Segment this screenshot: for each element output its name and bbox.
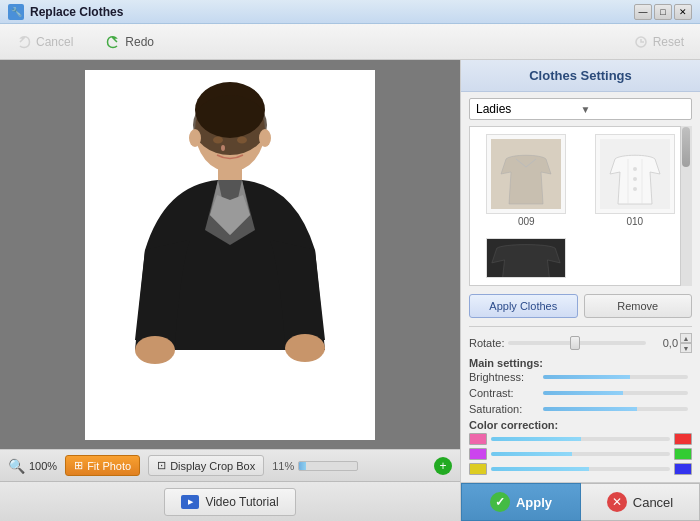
rotate-slider-wrap (508, 341, 646, 345)
apply-button[interactable]: ✓ Apply (461, 483, 581, 521)
color-correction-label: Color correction: (469, 419, 692, 431)
color-row-2 (469, 448, 692, 460)
color-slider-1[interactable] (491, 437, 670, 441)
category-dropdown[interactable]: Ladies ▼ (469, 98, 692, 120)
clothes-img-009 (491, 139, 561, 209)
person-svg (85, 70, 375, 440)
settings-section: Rotate: 0,0 ▲ ▼ Main settings: Brightnes… (461, 329, 700, 482)
clothes-thumb-009 (486, 134, 566, 214)
brightness-label: Brightness: (469, 371, 539, 383)
close-button[interactable]: ✕ (674, 4, 692, 20)
window-icon: 🔧 (8, 4, 24, 20)
display-crop-box-button[interactable]: ⊡ Display Crop Box (148, 455, 264, 476)
reset-toolbar-button[interactable]: Reset (625, 30, 692, 54)
apply-label: Apply (516, 495, 552, 510)
color-row-1 (469, 433, 692, 445)
clothes-img-010 (600, 139, 670, 209)
cancel-icon (16, 34, 32, 50)
crop-icon: ⊡ (157, 459, 166, 472)
contrast-row: Contrast: (469, 387, 692, 399)
left-panel: 🔍 100% ⊞ Fit Photo ⊡ Display Crop Box 11… (0, 60, 460, 521)
progress-fill (299, 462, 305, 470)
clothes-thumb-dark (486, 238, 566, 278)
progress-bar (298, 461, 358, 471)
maximize-button[interactable]: □ (654, 4, 672, 20)
clothes-thumb-010 (595, 134, 675, 214)
zoom-icon: 🔍 (8, 458, 25, 474)
reset-icon (633, 34, 649, 50)
fit-photo-button[interactable]: ⊞ Fit Photo (65, 455, 140, 476)
reset-label: Reset (653, 35, 684, 49)
brightness-slider[interactable] (543, 375, 688, 379)
zoom-value: 100% (29, 460, 57, 472)
cancel-toolbar-label: Cancel (36, 35, 73, 49)
video-icon (181, 495, 199, 509)
clothes-label-009: 009 (518, 216, 535, 227)
svg-point-18 (633, 187, 637, 191)
video-tutorial-label: Video Tutorial (205, 495, 278, 509)
rotate-value: 0,0 (650, 337, 678, 349)
redo-toolbar-button[interactable]: Redo (97, 30, 162, 54)
svg-point-7 (135, 336, 175, 364)
clothes-settings-header: Clothes Settings (461, 60, 700, 92)
clothes-label-010: 010 (626, 216, 643, 227)
svg-point-17 (633, 177, 637, 181)
window-controls: — □ ✕ (634, 4, 692, 20)
svg-point-16 (633, 167, 637, 171)
action-bar: Video Tutorial (0, 481, 460, 521)
display-crop-label: Display Crop Box (170, 460, 255, 472)
clothes-grid: 009 010 (469, 126, 692, 286)
svg-point-9 (213, 136, 223, 143)
rotate-down-button[interactable]: ▼ (680, 343, 692, 353)
color-swatch-3-left (469, 463, 487, 475)
video-tutorial-button[interactable]: Video Tutorial (164, 488, 295, 516)
rotate-up-button[interactable]: ▲ (680, 333, 692, 343)
zoom-display: 🔍 100% (8, 458, 57, 474)
color-slider-3[interactable] (491, 467, 670, 471)
contrast-track (543, 391, 688, 395)
rotate-thumb[interactable] (570, 336, 580, 350)
saturation-slider[interactable] (543, 407, 688, 411)
rotate-slider[interactable] (508, 341, 646, 345)
canvas-area[interactable] (0, 60, 460, 449)
minimize-button[interactable]: — (634, 4, 652, 20)
svg-point-12 (189, 129, 201, 147)
cancel-button[interactable]: ✕ Cancel (581, 483, 700, 521)
color-fill-1 (491, 437, 581, 441)
clothes-actions: Apply Clothes Remove (469, 294, 692, 318)
check-icon: ✓ (490, 492, 510, 512)
color-swatch-2-left (469, 448, 487, 460)
brightness-row: Brightness: (469, 371, 692, 383)
clothes-img-dark (487, 238, 565, 278)
clothes-item-dark[interactable] (474, 235, 579, 282)
left-bottom: 🔍 100% ⊞ Fit Photo ⊡ Display Crop Box 11… (0, 449, 460, 521)
scrollbar-thumb[interactable] (682, 127, 690, 167)
color-row-3 (469, 463, 692, 475)
color-slider-2[interactable] (491, 452, 670, 456)
saturation-label: Saturation: (469, 403, 539, 415)
fit-icon: ⊞ (74, 459, 83, 472)
clothes-item-010[interactable]: 010 (583, 131, 688, 231)
progress-container: 11% (272, 460, 358, 472)
saturation-track (543, 407, 688, 411)
svg-point-13 (259, 129, 271, 147)
color-fill-3 (491, 467, 589, 471)
fit-photo-label: Fit Photo (87, 460, 131, 472)
cancel-toolbar-button[interactable]: Cancel (8, 30, 81, 54)
clothes-scrollbar[interactable] (680, 126, 692, 286)
apply-clothes-button[interactable]: Apply Clothes (469, 294, 578, 318)
clothes-item-009[interactable]: 009 (474, 131, 579, 231)
contrast-slider[interactable] (543, 391, 688, 395)
brightness-fill (543, 375, 630, 379)
svg-point-6 (193, 95, 267, 155)
clothes-grid-wrap: 009 010 (469, 126, 692, 288)
contrast-fill (543, 391, 623, 395)
bottom-toolbar: 🔍 100% ⊞ Fit Photo ⊡ Display Crop Box 11… (0, 449, 460, 481)
x-icon: ✕ (607, 492, 627, 512)
dropdown-arrow-icon: ▼ (581, 104, 686, 115)
bottom-actions: ✓ Apply ✕ Cancel (461, 482, 700, 521)
svg-point-8 (285, 334, 325, 362)
title-bar: 🔧 Replace Clothes — □ ✕ (0, 0, 700, 24)
remove-button[interactable]: Remove (584, 294, 693, 318)
main-settings-label: Main settings: (469, 357, 692, 369)
